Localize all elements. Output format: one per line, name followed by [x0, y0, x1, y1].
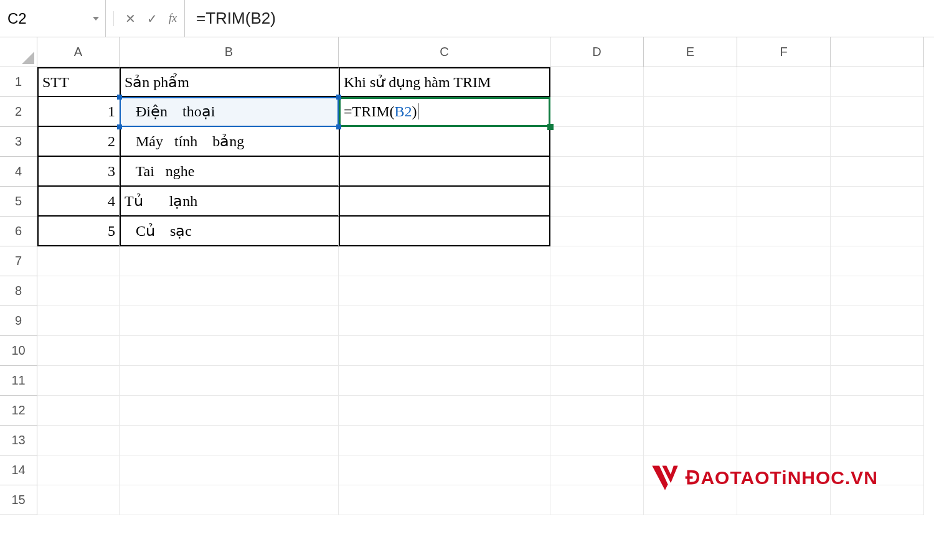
cell-E9[interactable]: [644, 306, 737, 336]
cell-D5[interactable]: [550, 187, 644, 217]
cell-D10[interactable]: [550, 336, 644, 366]
col-header-B[interactable]: B: [120, 37, 339, 67]
cell-A9[interactable]: [37, 306, 120, 336]
cell-E5[interactable]: [644, 187, 737, 217]
col-header-C[interactable]: C: [339, 37, 550, 67]
cell-D2[interactable]: [550, 97, 644, 127]
cell-E7[interactable]: [644, 246, 737, 276]
cell-D15[interactable]: [550, 485, 644, 515]
row-header-5[interactable]: 5: [0, 187, 37, 217]
col-header-G[interactable]: [831, 37, 924, 67]
row-header-11[interactable]: 11: [0, 366, 37, 396]
cell-A5[interactable]: 4: [37, 187, 120, 217]
cell-B15[interactable]: [120, 485, 339, 515]
cell-F12[interactable]: [737, 396, 831, 426]
formula-input[interactable]: =TRIM(B2): [185, 0, 934, 37]
cell-D14[interactable]: [550, 455, 644, 485]
cell-C1[interactable]: Khi sử dụng hàm TRIM: [339, 67, 550, 97]
enter-icon[interactable]: ✓: [147, 11, 158, 26]
cell-A13[interactable]: [37, 426, 120, 455]
cell-E3[interactable]: [644, 127, 737, 157]
chevron-down-icon[interactable]: [93, 17, 99, 21]
cell-C10[interactable]: [339, 336, 550, 366]
cell-E1[interactable]: [644, 67, 737, 97]
cell-G11[interactable]: [831, 366, 924, 396]
cell-A6[interactable]: 5: [37, 217, 120, 246]
cell-G9[interactable]: [831, 306, 924, 336]
cell-G5[interactable]: [831, 187, 924, 217]
cell-E10[interactable]: [644, 336, 737, 366]
cell-B3[interactable]: Máy tính bảng: [120, 127, 339, 157]
cell-C4[interactable]: [339, 157, 550, 187]
row-header-15[interactable]: 15: [0, 485, 37, 515]
cell-B2[interactable]: Điện thoại: [120, 97, 339, 127]
cell-G10[interactable]: [831, 336, 924, 366]
row-header-8[interactable]: 8: [0, 276, 37, 306]
row-header-3[interactable]: 3: [0, 127, 37, 157]
row-header-12[interactable]: 12: [0, 396, 37, 426]
cell-A8[interactable]: [37, 276, 120, 306]
row-header-14[interactable]: 14: [0, 455, 37, 485]
cell-C3[interactable]: [339, 127, 550, 157]
cell-D9[interactable]: [550, 306, 644, 336]
cell-F6[interactable]: [737, 217, 831, 246]
cell-F5[interactable]: [737, 187, 831, 217]
cell-D12[interactable]: [550, 396, 644, 426]
col-header-E[interactable]: E: [644, 37, 737, 67]
cell-A12[interactable]: [37, 396, 120, 426]
cell-C7[interactable]: [339, 246, 550, 276]
cell-B4[interactable]: Tai nghe: [120, 157, 339, 187]
cell-D4[interactable]: [550, 157, 644, 187]
cell-G6[interactable]: [831, 217, 924, 246]
cell-B10[interactable]: [120, 336, 339, 366]
cell-F10[interactable]: [737, 336, 831, 366]
cell-B6[interactable]: Củ sạc: [120, 217, 339, 246]
cell-E2[interactable]: [644, 97, 737, 127]
cell-F4[interactable]: [737, 157, 831, 187]
cell-F1[interactable]: [737, 67, 831, 97]
cell-F8[interactable]: [737, 276, 831, 306]
row-header-4[interactable]: 4: [0, 157, 37, 187]
cell-B12[interactable]: [120, 396, 339, 426]
cell-D3[interactable]: [550, 127, 644, 157]
cell-C15[interactable]: [339, 485, 550, 515]
row-header-13[interactable]: 13: [0, 426, 37, 455]
cell-A3[interactable]: 2: [37, 127, 120, 157]
cell-A10[interactable]: [37, 336, 120, 366]
cell-G12[interactable]: [831, 396, 924, 426]
cell-F9[interactable]: [737, 306, 831, 336]
cell-B14[interactable]: [120, 455, 339, 485]
cell-C11[interactable]: [339, 366, 550, 396]
cell-D1[interactable]: [550, 67, 644, 97]
cell-F3[interactable]: [737, 127, 831, 157]
cell-B9[interactable]: [120, 306, 339, 336]
cell-A7[interactable]: [37, 246, 120, 276]
cell-G4[interactable]: [831, 157, 924, 187]
row-header-6[interactable]: 6: [0, 217, 37, 246]
cell-D7[interactable]: [550, 246, 644, 276]
cell-D11[interactable]: [550, 366, 644, 396]
row-header-7[interactable]: 7: [0, 246, 37, 276]
row-header-1[interactable]: 1: [0, 67, 37, 97]
cell-A11[interactable]: [37, 366, 120, 396]
cell-A15[interactable]: [37, 485, 120, 515]
cell-F2[interactable]: [737, 97, 831, 127]
select-all-corner[interactable]: [0, 37, 37, 67]
cell-B1[interactable]: Sản phẩm: [120, 67, 339, 97]
cell-E11[interactable]: [644, 366, 737, 396]
name-box[interactable]: C2: [0, 0, 106, 37]
fx-icon[interactable]: fx: [169, 12, 177, 25]
cell-D13[interactable]: [550, 426, 644, 455]
cell-E12[interactable]: [644, 396, 737, 426]
cell-C8[interactable]: [339, 276, 550, 306]
cell-G2[interactable]: [831, 97, 924, 127]
row-header-9[interactable]: 9: [0, 306, 37, 336]
spreadsheet-grid[interactable]: A B C D E F 1 STT Sản phẩm Khi sử dụng h…: [0, 37, 934, 515]
cell-G3[interactable]: [831, 127, 924, 157]
cell-E6[interactable]: [644, 217, 737, 246]
cell-C6[interactable]: [339, 217, 550, 246]
cell-F11[interactable]: [737, 366, 831, 396]
cell-F7[interactable]: [737, 246, 831, 276]
cell-B11[interactable]: [120, 366, 339, 396]
cell-A2[interactable]: 1: [37, 97, 120, 127]
